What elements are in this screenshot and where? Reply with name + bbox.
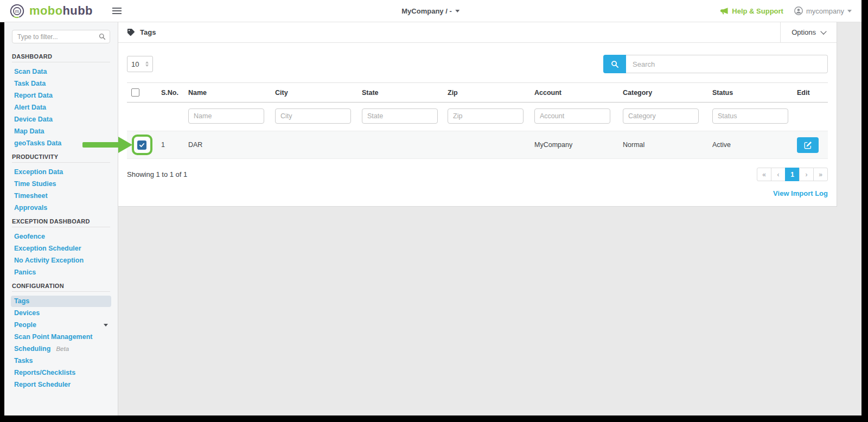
logo-icon: m: [10, 4, 24, 18]
filter-zip-input[interactable]: [448, 108, 524, 124]
table-row: 1 DAR MyCompany Normal Active: [127, 131, 828, 159]
help-support-link[interactable]: Help & Support: [720, 7, 783, 15]
cell-category: Normal: [618, 131, 708, 159]
table-header-row: S.No. Name City State Zip Account Catego…: [127, 83, 828, 103]
filter-name-input[interactable]: [188, 108, 264, 124]
pencil-square-icon: [804, 141, 812, 149]
sidebar-item-exception-scheduler[interactable]: Exception Scheduler: [11, 243, 111, 254]
table-footer: Showing 1 to 1 of 1 « ‹ 1 › »: [127, 168, 828, 181]
filter-category-input[interactable]: [623, 108, 699, 124]
caret-down-icon: [847, 10, 852, 12]
column-header-state[interactable]: State: [358, 83, 443, 103]
cell-sno: 1: [157, 131, 184, 159]
column-header-name[interactable]: Name: [184, 83, 271, 103]
tag-icon: [127, 28, 135, 36]
sidebar-item-alert-data[interactable]: Alert Data: [11, 102, 111, 113]
sidebar-item-exception-data[interactable]: Exception Data: [11, 167, 111, 178]
sidebar: DASHBOARD Scan Data Task Data Report Dat…: [4, 22, 118, 415]
sidebar-item-map-data[interactable]: Map Data: [11, 126, 111, 137]
user-menu-label: mycompany: [806, 7, 844, 15]
search-icon: [611, 60, 619, 68]
sidebar-item-no-activity-exception[interactable]: No Activity Exception: [11, 255, 111, 266]
caret-down-icon: [456, 10, 460, 12]
column-header-zip[interactable]: Zip: [443, 83, 530, 103]
row-checkbox[interactable]: [137, 140, 146, 150]
panel-body: 10: [118, 43, 837, 206]
filter-city-input[interactable]: [275, 108, 351, 124]
spinner-icon: [145, 61, 149, 67]
cell-status: Active: [708, 131, 793, 159]
cell-zip: [443, 131, 530, 159]
tags-panel: Tags Options 10: [118, 22, 837, 207]
page-size-value: 10: [131, 60, 139, 68]
checkmark-icon: [139, 142, 145, 148]
megaphone-icon: [720, 7, 729, 15]
column-header-account[interactable]: Account: [530, 83, 618, 103]
sidebar-item-device-data[interactable]: Device Data: [11, 114, 111, 125]
app-window: m mobohubb MyCompany / - Help & Support: [0, 0, 861, 415]
options-dropdown[interactable]: Options: [780, 22, 837, 42]
pagination-page-1[interactable]: 1: [785, 168, 800, 181]
logo-text: mobohubb: [29, 4, 93, 18]
pagination: « ‹ 1 › »: [757, 168, 828, 181]
column-header-status[interactable]: Status: [708, 83, 793, 103]
company-selector[interactable]: MyCompany / -: [401, 7, 459, 15]
header-actions: Help & Support mycompany: [720, 7, 852, 15]
table-toolbar: 10: [127, 55, 828, 73]
company-selector-label: MyCompany / -: [401, 7, 451, 15]
sidebar-item-timesheet[interactable]: Timesheet: [11, 190, 111, 202]
sidebar-item-time-studies[interactable]: Time Studies: [11, 178, 111, 190]
showing-count: Showing 1 to 1 of 1: [127, 170, 187, 178]
top-header: m mobohubb MyCompany / - Help & Support: [0, 0, 861, 22]
table-filter-row: [127, 103, 828, 131]
filter-state-input[interactable]: [362, 108, 438, 124]
sidebar-item-report-scheduler[interactable]: Report Scheduler: [11, 379, 111, 391]
pagination-prev[interactable]: ‹: [771, 168, 786, 181]
sidebar-item-scan-point-management[interactable]: Scan Point Management: [11, 331, 111, 343]
sidebar-item-tags[interactable]: Tags: [11, 296, 111, 307]
annotation-highlight-ring: [132, 135, 152, 155]
sidebar-item-report-data[interactable]: Report Data: [11, 90, 111, 101]
logo: m mobohubb: [10, 4, 93, 18]
pagination-last[interactable]: »: [813, 168, 828, 181]
edit-row-button[interactable]: [797, 137, 819, 153]
pagination-next[interactable]: ›: [799, 168, 814, 181]
cell-account: MyCompany: [530, 131, 618, 159]
sidebar-filter-input[interactable]: [12, 30, 110, 43]
filter-status-input[interactable]: [712, 108, 788, 124]
page-title: Tags: [140, 28, 156, 36]
sidebar-section-dashboard: DASHBOARD Scan Data Task Data Report Dat…: [4, 53, 118, 149]
select-all-checkbox[interactable]: [131, 88, 139, 97]
search-button[interactable]: [603, 55, 626, 73]
search-input[interactable]: [626, 55, 828, 73]
pagination-first[interactable]: «: [757, 168, 771, 181]
user-menu[interactable]: mycompany: [794, 7, 852, 15]
sidebar-item-geofence[interactable]: Geofence: [11, 231, 111, 242]
sidebar-item-panics[interactable]: Panics: [11, 267, 111, 278]
sidebar-item-tasks[interactable]: Tasks: [11, 355, 111, 367]
page-size-select[interactable]: 10: [127, 56, 153, 72]
column-header-city[interactable]: City: [271, 83, 358, 103]
screen-bezel-left: [0, 22, 4, 415]
sidebar-item-approvals[interactable]: Approvals: [11, 202, 111, 214]
panel-header: Tags Options: [118, 22, 837, 43]
view-import-log-link[interactable]: View Import Log: [773, 189, 828, 197]
sidebar-item-geotasks-data[interactable]: geoTasks Data: [11, 138, 111, 149]
sidebar-item-scan-data[interactable]: Scan Data: [11, 66, 111, 78]
sidebar-item-scheduling[interactable]: Scheduling Beta: [11, 343, 111, 355]
cell-state: [358, 131, 443, 159]
import-log-row: View Import Log: [127, 181, 828, 206]
filter-account-input[interactable]: [534, 108, 610, 124]
section-title: CONFIGURATION: [4, 283, 118, 289]
tags-table: S.No. Name City State Zip Account Catego…: [127, 82, 828, 159]
sidebar-section-productivity: PRODUCTIVITY Exception Data Time Studies…: [4, 154, 118, 214]
sidebar-item-reports-checklists[interactable]: Reports/Checklists: [11, 367, 111, 379]
sidebar-item-devices[interactable]: Devices: [11, 308, 111, 319]
column-header-edit: Edit: [793, 83, 828, 103]
sidebar-item-task-data[interactable]: Task Data: [11, 78, 111, 89]
column-header-category[interactable]: Category: [618, 83, 708, 103]
sidebar-section-exception-dashboard: EXCEPTION DASHBOARD Geofence Exception S…: [4, 218, 118, 278]
column-header-sno[interactable]: S.No.: [157, 83, 184, 103]
sidebar-item-people[interactable]: People: [11, 319, 111, 331]
menu-toggle-icon[interactable]: [112, 8, 122, 14]
